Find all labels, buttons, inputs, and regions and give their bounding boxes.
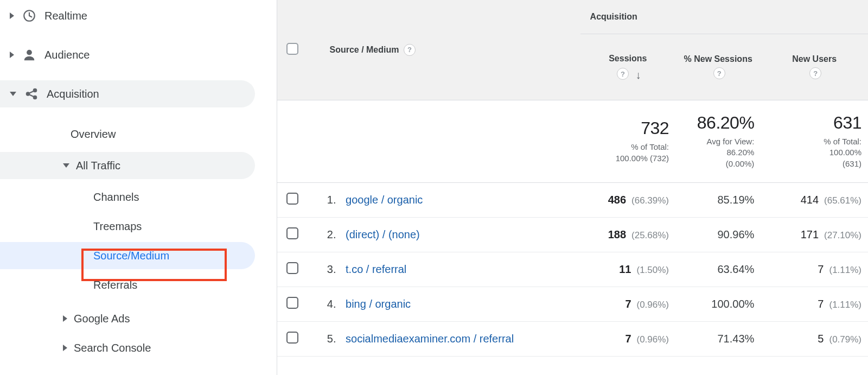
select-all-checkbox[interactable] [286, 43, 298, 55]
sidebar-subitem-overview[interactable]: Overview [0, 120, 255, 148]
sessions-pct: (0.96%) [637, 300, 669, 310]
row-checkbox[interactable] [286, 227, 298, 239]
expand-icon [63, 345, 67, 351]
sidebar-subsubitem-referrals[interactable]: Referrals [0, 271, 255, 298]
table-row: 4. bing / organic 7(0.96%) 100.00% 7(1.1… [277, 287, 868, 321]
new-users-value: 7 [818, 298, 824, 310]
row-checkbox[interactable] [286, 332, 298, 344]
summary-sessions: 732 % of Total: 100.00% (732) [580, 100, 675, 182]
sessions-pct: (25.68%) [631, 230, 669, 240]
new-users-pct: (0.79%) [829, 334, 861, 345]
sidebar-subitem-all-traffic[interactable]: All Traffic [0, 152, 255, 179]
help-icon[interactable]: ? [404, 44, 416, 56]
sidebar-item-label: Referrals [93, 279, 137, 291]
row-checkbox[interactable] [286, 262, 298, 274]
new-users-value: 414 [801, 194, 819, 206]
help-icon[interactable]: ? [617, 68, 629, 80]
sidebar: Realtime Audience Acquisition Overview A… [0, 0, 277, 375]
row-checkbox[interactable] [286, 297, 298, 309]
sidebar-subsubitem-channels[interactable]: Channels [0, 183, 255, 211]
table-row: 3. t.co / referral 11(1.50%) 63.64% 7(1.… [277, 252, 868, 287]
collapse-icon [10, 92, 16, 96]
new-users-pct: (1.11%) [829, 265, 861, 275]
row-checkbox[interactable] [286, 193, 298, 205]
row-number: 2. [316, 228, 336, 241]
new-users-value: 7 [818, 263, 824, 275]
sessions-value: 188 [608, 228, 626, 240]
column-group-acquisition: Acquisition [580, 0, 868, 34]
pct-new-sessions-value: 71.43% [717, 333, 754, 345]
sidebar-item-label: Audience [44, 49, 90, 61]
svg-point-3 [33, 88, 37, 92]
column-header-source-medium[interactable]: Source / Medium [329, 45, 399, 54]
sidebar-item-label: Acquisition [47, 88, 99, 100]
row-number: 3. [316, 263, 336, 276]
svg-point-4 [33, 96, 37, 99]
svg-point-1 [27, 50, 32, 55]
help-icon[interactable]: ? [809, 67, 821, 79]
sidebar-item-label: Realtime [44, 10, 87, 22]
sidebar-subitem-google-ads[interactable]: Google Ads [0, 305, 255, 332]
column-header-sessions[interactable]: Sessions ? ↓ [580, 34, 675, 100]
row-number: 4. [316, 298, 336, 310]
column-header-new-users[interactable]: New Users ? [761, 34, 868, 100]
table-row: 2. (direct) / (none) 188(25.68%) 90.96% … [277, 217, 868, 252]
sidebar-item-acquisition[interactable]: Acquisition [0, 80, 255, 107]
source-medium-link[interactable]: (direct) / (none) [346, 228, 420, 240]
source-medium-link[interactable]: t.co / referral [346, 263, 406, 275]
report-table: Source / Medium ? Acquisition Sessions ?… [277, 0, 868, 357]
row-number: 1. [316, 194, 336, 206]
clock-icon [22, 8, 37, 23]
table-row: 5. socialmediaexaminer.com / referral 7(… [277, 321, 868, 356]
pct-new-sessions-value: 63.64% [717, 263, 754, 275]
pct-new-sessions-value: 85.19% [717, 194, 754, 206]
sidebar-item-label: Overview [71, 128, 116, 141]
new-users-pct: (1.11%) [829, 300, 861, 310]
new-users-pct: (65.61%) [824, 195, 861, 206]
sidebar-item-label: Source/Medium [93, 250, 169, 262]
sidebar-item-label: Channels [93, 191, 139, 204]
table-row: 1. google / organic 486(66.39%) 85.19% 4… [277, 182, 868, 217]
summary-new-users: 631 % of Total: 100.00% (631) [761, 100, 868, 182]
new-users-value: 171 [801, 228, 819, 240]
report-table-area: Source / Medium ? Acquisition Sessions ?… [277, 0, 868, 375]
sessions-pct: (66.39%) [631, 195, 669, 206]
expand-icon [10, 12, 14, 19]
expand-icon [10, 52, 14, 58]
collapse-icon [63, 163, 69, 168]
source-medium-link[interactable]: socialmediaexaminer.com / referral [346, 333, 514, 345]
column-header-pct-new-sessions[interactable]: % New Sessions ? [675, 34, 761, 100]
share-icon [24, 86, 39, 101]
new-users-pct: (27.10%) [824, 230, 861, 240]
sidebar-item-audience[interactable]: Audience [0, 41, 255, 68]
summary-row: 732 % of Total: 100.00% (732) 86.20% Avg… [277, 100, 868, 182]
sessions-value: 11 [619, 263, 631, 275]
summary-pct-new-sessions: 86.20% Avg for View: 86.20% (0.00%) [675, 100, 761, 182]
sidebar-item-label: Treemaps [93, 220, 142, 233]
sidebar-item-label: All Traffic [76, 160, 120, 172]
row-number: 5. [316, 333, 336, 345]
pct-new-sessions-value: 100.00% [711, 298, 754, 310]
sidebar-item-realtime[interactable]: Realtime [0, 2, 255, 29]
expand-icon [63, 315, 67, 322]
sidebar-item-label: Google Ads [74, 313, 130, 325]
svg-point-2 [26, 92, 30, 96]
sessions-pct: (0.96%) [637, 334, 669, 345]
new-users-value: 5 [818, 333, 824, 345]
sidebar-subsubitem-source-medium[interactable]: Source/Medium [0, 242, 255, 269]
sidebar-subsubitem-treemaps[interactable]: Treemaps [0, 213, 255, 240]
sessions-pct: (1.50%) [637, 265, 669, 275]
pct-new-sessions-value: 90.96% [717, 228, 754, 240]
source-medium-link[interactable]: bing / organic [346, 298, 411, 310]
source-medium-link[interactable]: google / organic [346, 194, 423, 206]
sidebar-subitem-search-console[interactable]: Search Console [0, 334, 255, 361]
sessions-value: 7 [625, 333, 631, 345]
help-icon[interactable]: ? [713, 67, 725, 79]
person-icon [22, 47, 37, 62]
sidebar-item-label: Search Console [74, 342, 151, 354]
sessions-value: 486 [608, 194, 626, 206]
sessions-value: 7 [625, 298, 631, 310]
sort-descending-icon: ↓ [636, 69, 641, 81]
